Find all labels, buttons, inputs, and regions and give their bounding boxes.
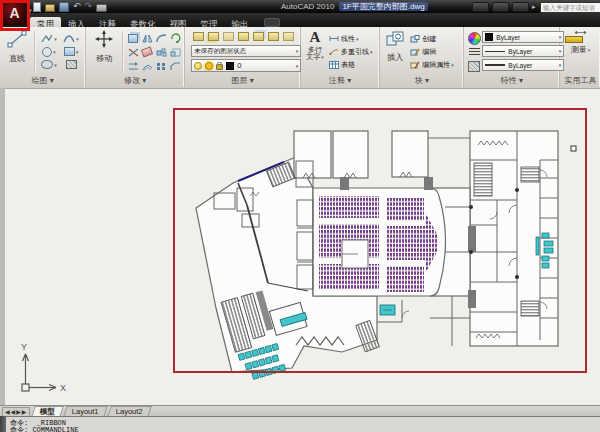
restore-button[interactable] [492,2,509,12]
title-bar: ↶ ↷ AutoCAD 20101F平面完整内部图.dwg ▸ 输入关键字或短语 [0,0,600,13]
panel-block-label[interactable]: 块 ▾ [380,75,463,86]
layer-isolate-button[interactable] [206,30,221,43]
lineweight-dropdown[interactable]: ByLayer▾ [482,59,564,71]
fillet-icon [156,34,167,43]
current-layer-name: 0 [237,61,241,70]
create-block-button[interactable]: 创建 [410,32,462,45]
linetype-icon [469,48,480,57]
edit-block-button[interactable]: 编辑 [410,45,462,58]
chamfer-button[interactable] [168,59,182,73]
array-button[interactable] [154,59,168,73]
explode-button[interactable] [154,45,168,59]
panel-layers-label[interactable]: 图层 ▾ [185,75,300,86]
grip-point[interactable] [571,146,576,151]
command-window-grip[interactable] [0,416,6,432]
layer-off-button[interactable] [236,30,251,43]
offset-button[interactable] [140,59,154,73]
arc-button[interactable]: ▾ [60,32,82,45]
measure-button[interactable]: ⟷ 测量▾ [565,30,595,55]
open-file-icon[interactable] [45,4,55,12]
undo-icon[interactable]: ↶ [73,2,81,11]
trim-button[interactable] [126,45,140,59]
scale-icon [170,48,181,57]
rotate-button[interactable] [168,31,182,45]
hatch-button[interactable] [60,58,82,71]
rectangle-button[interactable]: ▾ [60,45,82,58]
polyline-icon [41,34,53,43]
layer-unlock-icon [216,64,223,70]
minimize-button[interactable] [472,2,489,12]
layer-state-button[interactable] [281,30,296,43]
move-icon [94,30,114,48]
erase-button[interactable] [140,45,154,59]
help-search-input[interactable]: 输入关键字或短语 [540,2,600,13]
linear-dim-icon [329,35,339,42]
layer-thaw-sun-icon [205,62,213,70]
color-swatch [485,33,493,41]
insert-block-button[interactable]: 插入 [382,30,408,63]
ribbon-minimize-icon[interactable] [264,18,280,27]
linetype-dropdown[interactable]: ByLayer▾ [482,45,564,57]
mirror-icon [142,34,153,43]
ellipse-button[interactable]: ▾ [38,58,60,71]
panel-utilities-label[interactable]: 实用工具 [560,75,600,86]
table-button[interactable]: 表格 [329,58,379,71]
command-input-line[interactable]: 命令: COMMANDLINE [10,425,79,432]
layer-state-dropdown[interactable]: 未保存的图层状态▾ [191,45,301,57]
layer-match-button[interactable] [251,30,266,43]
hatch-icon [66,60,77,69]
ucs-icon: X Y [21,342,66,393]
plot-icon[interactable] [96,4,107,12]
polyline-button[interactable]: ▾ [38,32,60,45]
linear-dim-button[interactable]: 线性▾ [329,32,379,45]
layer-off-icon [238,32,249,41]
color-dropdown[interactable]: ByLayer▾ [482,31,564,43]
search-expand-icon[interactable]: ▸ [532,2,536,11]
command-line-panel[interactable]: 命令: _RIBBON 命令: COMMANDLINE [0,416,600,432]
layer-properties-button[interactable] [191,30,206,43]
close-button[interactable] [512,2,529,12]
panel-modify: 移动 修改 ▾ [86,27,185,87]
ucs-x-label: X [60,383,66,393]
line-button[interactable]: 直线 [2,30,32,64]
array-icon [156,62,167,71]
object-color-button[interactable] [467,31,481,45]
move-button[interactable]: 移动 [89,30,119,64]
edit-attributes-button[interactable]: 编辑属性▾ [410,58,462,71]
ribbon: 直线 ▾ ▾ ▾ ▾ ▾ 绘图 ▾ 移动 [0,27,600,89]
panel-draw: 直线 ▾ ▾ ▾ ▾ ▾ 绘图 ▾ [0,27,86,87]
fillet-button[interactable] [154,31,168,45]
layer-state-icon [283,32,294,41]
document-title: 1F平面完整内部图.dwg [339,2,427,11]
drawing-viewport[interactable]: X Y [0,88,600,405]
panel-properties-label[interactable]: 特性 ▾ [464,75,559,86]
lineweight-icon [468,61,480,72]
linetype-button[interactable] [467,45,481,59]
circle-icon [42,47,52,57]
panel-annotate-label[interactable]: 注释 ▾ [301,75,379,86]
panel-draw-label[interactable]: 绘图 ▾ [0,75,85,86]
new-file-icon[interactable] [33,2,41,12]
panel-layers: 未保存的图层状态▾ 0 ▾ 图层 ▾ [185,27,301,87]
multileader-button[interactable]: 多重引线▾ [329,45,379,58]
layer-freeze-icon [223,32,234,41]
mtext-button[interactable]: A 多行文字▾ [302,30,328,61]
scale-button[interactable] [168,45,182,59]
multileader-icon [329,48,339,55]
copy-button[interactable] [126,31,140,45]
layer-prev-button[interactable] [266,30,281,43]
lineweight-button[interactable] [467,59,481,73]
copy-icon [128,34,138,43]
save-icon[interactable] [59,2,69,12]
layer-dropdown[interactable]: 0 ▾ [191,59,301,72]
redo-icon[interactable]: ↷ [85,2,93,11]
layout-nav-arrows[interactable]: ◀◀▶▶ [2,407,30,417]
panel-modify-label[interactable]: 修改 ▾ [86,75,184,86]
stretch-icon [128,62,139,71]
chamfer-icon [170,62,181,71]
mirror-button[interactable] [140,31,154,45]
layer-freeze-button[interactable] [221,30,236,43]
stretch-button[interactable] [126,59,140,73]
auditorium-seats [319,196,438,292]
circle-button[interactable]: ▾ [38,45,60,58]
